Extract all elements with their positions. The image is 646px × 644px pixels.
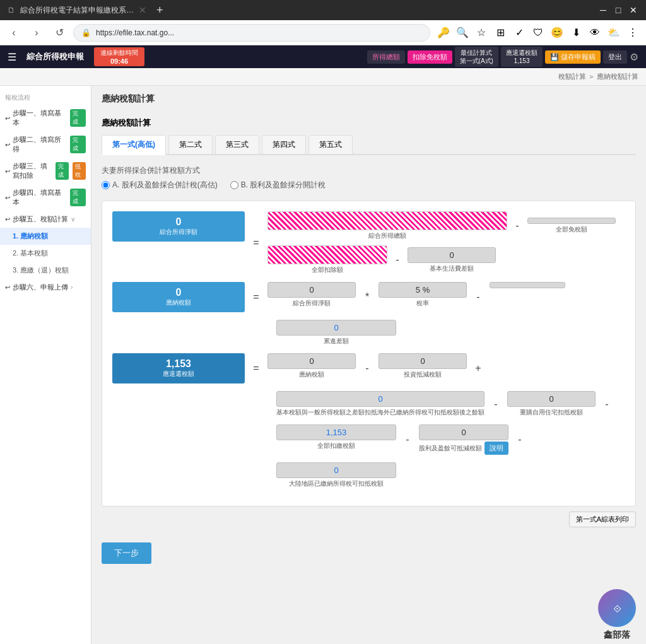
repurchase-value: 0	[513, 394, 590, 404]
step3-icon: ↩	[5, 168, 10, 175]
income-total-btn[interactable]: 所得總額	[367, 50, 405, 64]
deduct-pink	[267, 245, 387, 264]
step6-chevron: ›	[71, 284, 73, 291]
step2-badge: 完成	[70, 136, 86, 153]
next-btn[interactable]: 下一步	[102, 542, 151, 564]
radio-section: 夫妻所得採合併計算稅額方式 A. 股利及盈餘採合併計稅(高估) B. 股利及盈餘…	[102, 165, 636, 190]
step4-label: 步驟四、填寫基本	[13, 188, 66, 207]
shield-icon[interactable]: 🛡	[530, 25, 546, 41]
sidebar-item-tax1[interactable]: 1. 應納稅額	[0, 228, 91, 245]
star-icon[interactable]: ☆	[473, 25, 490, 41]
step3-badge2: 抵稅	[73, 162, 86, 180]
best-formula-btn[interactable]: 最佳計算式第一式(A式)	[455, 47, 498, 67]
sidebar-item-step4[interactable]: ↩ 步驟四、填寫基本 完成	[0, 184, 91, 211]
close-btn[interactable]: ✕	[628, 5, 638, 15]
tab-formula2[interactable]: 第二式	[168, 135, 213, 154]
url-box[interactable]: 🔒 https://efile.tax.nat.go...	[73, 24, 430, 42]
reload-btn[interactable]: ↺	[50, 24, 68, 42]
logo: ⟐ 鑫部落	[598, 589, 636, 641]
section-title: 應納稅額計算	[102, 117, 636, 129]
step3-label: 步驟三、填寫扣除	[13, 161, 52, 180]
op-minus-1: -	[511, 220, 524, 231]
logout-btn[interactable]: 登出	[603, 50, 627, 64]
basic-diff-value: 0	[282, 394, 479, 404]
formula-row3d: 0 大陸地區已繳納所得稅可扣抵稅額	[276, 462, 625, 488]
sidebar-item-step1[interactable]: ↩ 步驟一、填寫基本 完成	[0, 105, 91, 131]
radio-a-input[interactable]	[102, 181, 110, 189]
radio-group: A. 股利及盈餘採合併計稅(高估) B. 股利及盈餘採分開計稅	[102, 180, 636, 190]
minus-sign-r2: -	[472, 291, 484, 303]
step6-icon: ↩	[5, 284, 10, 291]
payable3-label: 應納稅額	[267, 370, 356, 379]
dividend-box: 0	[419, 424, 508, 440]
new-tab-btn[interactable]: +	[156, 4, 163, 17]
net-income-value: 0	[120, 216, 237, 228]
tax1-label: 1. 應納稅額	[13, 231, 48, 241]
tab-close-btn[interactable]: ✕	[139, 5, 146, 15]
tab-formula4[interactable]: 第四式	[262, 135, 306, 154]
sidebar-item-step5[interactable]: ↩ 步驟五、稅額計算 ∨	[0, 211, 91, 228]
dividend-value: 0	[425, 428, 503, 437]
radio-b-input[interactable]	[230, 181, 238, 189]
tab-formula3[interactable]: 第三式	[215, 135, 259, 154]
sidebar-item-step3[interactable]: ↩ 步驟三、填寫扣除 完成 抵稅	[0, 158, 91, 184]
sidebar-item-step6[interactable]: ↩ 步驟六、申報上傳 ›	[0, 279, 91, 296]
breadcrumb: 稅額計算 ＞ 應納稅額計算	[558, 72, 638, 81]
sidebar-item-tax2[interactable]: 2. 基本稅額	[0, 245, 91, 262]
browser-window: 🗋 綜合所得稅電子結算申報繳稅系… ✕ + ─ □ ✕ ‹ › ↺ 🔒 http…	[0, 0, 646, 644]
radio-option-b[interactable]: B. 股利及盈餘採分開計稅	[230, 180, 326, 190]
logo-text: 鑫部落	[598, 629, 636, 641]
menu-icon[interactable]: ☰	[8, 51, 16, 63]
mult-sign: *	[361, 291, 373, 303]
formula-row1a: 綜合所得總額 - 全部免稅額	[267, 211, 616, 240]
main-layout: 報稅流程 ↩ 步驟一、填寫基本 完成 ↩ 步驟二、填寫所得 完成 ↩ 步驟三、填…	[0, 86, 646, 644]
zoom-icon[interactable]: 🔍	[454, 25, 471, 41]
tax-rate-box: 5 %	[379, 282, 467, 298]
more-icon[interactable]: ⋮	[625, 25, 641, 41]
tab-formula1[interactable]: 第一式(高低)	[102, 135, 166, 155]
payable3-value: 0	[273, 356, 350, 366]
exempt-label: 全部免稅額	[527, 225, 616, 234]
step2-icon: ↩	[5, 141, 10, 148]
download-icon[interactable]: ⬇	[568, 25, 584, 41]
refund-tax-value: 1,153	[120, 358, 237, 370]
share-icon[interactable]: ⊞	[492, 25, 508, 41]
maximize-btn[interactable]: □	[613, 5, 623, 15]
full-deduct-cell: 1,153 全部扣繳稅額	[276, 424, 396, 450]
cumulative-box: 0	[276, 320, 396, 336]
minimize-btn[interactable]: ─	[598, 5, 608, 15]
key-icon[interactable]: 🔑	[435, 25, 452, 41]
eq2-sign: =	[250, 291, 262, 303]
forward-btn[interactable]: ›	[28, 24, 45, 42]
radio-option-a[interactable]: A. 股利及盈餘採合併計稅(高估)	[102, 180, 218, 190]
check-icon[interactable]: ✓	[511, 25, 527, 41]
sidebar-item-step2[interactable]: ↩ 步驟二、填寫所得 完成	[0, 131, 91, 158]
cumulative-label: 累進差額	[276, 337, 396, 346]
minus3-sign: -	[361, 363, 373, 374]
print-btn[interactable]: 第一式A綜表列印	[569, 512, 636, 527]
deduct-cell: 全部扣除額	[267, 245, 387, 274]
formula-row3c: 1,153 全部扣繳稅額 - 0 股利及盈餘可抵減稅額 說明	[276, 424, 625, 455]
session-timer: 連線剩餘時間 09:46	[94, 47, 144, 66]
session-label: 連線剩餘時間	[100, 49, 138, 57]
face-icon[interactable]: 😊	[549, 25, 565, 41]
tab-formula5[interactable]: 第五式	[308, 135, 353, 154]
tab-title: 綜合所得稅電子結算申報繳稅系…	[20, 5, 134, 16]
net-income-box: 0 綜合所得淨額	[112, 211, 245, 242]
sidebar-item-tax3[interactable]: 3. 應繳（退）稅額	[0, 262, 91, 279]
step2-label: 步驟二、填寫所得	[13, 135, 66, 154]
back-btn[interactable]: ‹	[5, 24, 23, 42]
settings-icon[interactable]: ⚙	[630, 51, 638, 63]
deduct-exempt-btn[interactable]: 扣除免稅額	[408, 50, 452, 64]
cumulative-cell: 0 累進差額	[276, 320, 396, 346]
weather-icon[interactable]: ⛅	[606, 25, 622, 41]
payable3-box: 0	[267, 353, 356, 369]
formula-row2b: 0 累進差額	[276, 320, 625, 346]
tax-refund-btn[interactable]: 應退還稅額1,153	[501, 47, 543, 67]
net-income-ref: 0 綜合所得淨額	[267, 282, 356, 308]
eye-icon[interactable]: 👁	[587, 25, 603, 41]
explain-btn[interactable]: 說明	[484, 442, 508, 455]
china-tax-cell: 0 大陸地區已繳納所得稅可扣抵稅額	[276, 462, 396, 488]
tax-rate-cell: 5 % 稅率	[379, 282, 467, 308]
save-draft-btn[interactable]: 💾 儲存申報稿	[545, 50, 601, 64]
